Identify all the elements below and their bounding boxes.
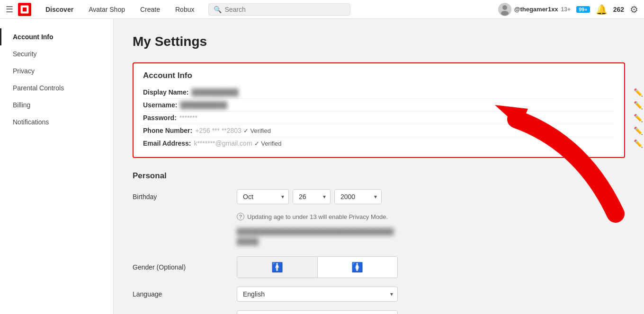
password-value: ******* <box>179 114 197 122</box>
language-label: Language <box>133 290 237 298</box>
avatar-image <box>498 3 511 16</box>
location-select-wrapper: Uganda United States United Kingdom <box>237 310 398 314</box>
birthday-year-select[interactable]: 2000 <box>334 189 382 204</box>
phone-edit-button[interactable]: ✏️ <box>634 126 643 135</box>
username-label: @thegamer1xx <box>514 6 558 13</box>
gender-row: Gender (Optional) 🚹 🚺 <box>133 256 625 278</box>
settings-icon[interactable]: ⚙ <box>630 4 638 15</box>
birthday-hint-row: ? Updating age to under 13 will enable P… <box>237 213 625 220</box>
gender-female-button[interactable]: 🚺 <box>317 257 398 278</box>
svg-point-3 <box>502 5 507 10</box>
birthday-hint-text: Updating age to under 13 will enable Pri… <box>247 213 388 220</box>
language-select-wrapper: English Spanish French Portuguese <box>237 287 398 302</box>
birthday-month-select[interactable]: JanFebMarApr MayJunJulAug SepOctNovDec <box>237 189 289 204</box>
location-select[interactable]: Uganda United States United Kingdom <box>237 310 398 314</box>
display-name-edit-button[interactable]: ✏️ <box>634 88 643 97</box>
hamburger-menu-button[interactable]: ☰ <box>6 4 13 15</box>
sidebar-item-account-info[interactable]: Account Info <box>0 28 113 45</box>
email-value: k*******@gmail.com <box>194 140 252 147</box>
account-info-title: Account Info <box>143 71 615 80</box>
username-value: ██████████ <box>180 101 227 109</box>
display-name-row: Display Name: ██████████ ✏️ <box>143 86 615 99</box>
email-row: Email Address: k*******@gmail.com ✓ Veri… <box>143 137 615 149</box>
sidebar: Account Info Security Privacy Parental C… <box>0 19 114 314</box>
sidebar-item-billing[interactable]: Billing <box>0 96 113 113</box>
display-name-label: Display Name: <box>143 88 188 96</box>
birthday-day-select[interactable]: 26 <box>293 189 331 204</box>
nav-link-discover[interactable]: Discover <box>39 3 80 16</box>
location-row: Location Uganda United States United Kin… <box>133 310 625 314</box>
username-row: Username: ██████████ ✏️ <box>143 99 615 112</box>
search-bar[interactable]: 🔍 <box>208 3 350 16</box>
search-input[interactable] <box>224 6 345 13</box>
search-icon: 🔍 <box>214 6 222 13</box>
birthday-month-wrapper: JanFebMarApr MayJunJulAug SepOctNovDec <box>237 189 289 204</box>
blurred-text: ████████████████████████████████████████… <box>237 227 625 247</box>
nav-link-create[interactable]: Create <box>134 3 167 16</box>
phone-verified-badge: ✓ Verified <box>243 127 271 134</box>
language-select[interactable]: English Spanish French Portuguese <box>237 287 398 302</box>
sidebar-item-parental-controls[interactable]: Parental Controls <box>0 79 113 96</box>
display-name-value: ██████████ <box>191 88 238 96</box>
robux-count: 262 <box>613 6 624 13</box>
page-title: My Settings <box>133 34 625 49</box>
password-label: Password: <box>143 114 177 122</box>
top-navigation: ☰ Discover Avatar Shop Create Robux 🔍 @t… <box>0 0 644 19</box>
nav-links: Discover Avatar Shop Create Robux <box>39 3 201 16</box>
svg-point-4 <box>501 11 509 16</box>
username-edit-button[interactable]: ✏️ <box>634 101 643 110</box>
gender-male-button[interactable]: 🚹 <box>237 257 317 278</box>
sidebar-item-privacy[interactable]: Privacy <box>0 62 113 79</box>
username-label-field: Username: <box>143 101 177 109</box>
phone-number-row: Phone Number: +256 *** **2803 ✓ Verified… <box>143 124 615 137</box>
birthday-controls: JanFebMarApr MayJunJulAug SepOctNovDec 2… <box>237 189 382 204</box>
female-icon: 🚺 <box>351 262 363 272</box>
nav-link-robux[interactable]: Robux <box>169 3 201 16</box>
topnav-right-section: @thegamer1xx 13+ 99+ 🔔 262 ⚙ <box>498 3 638 16</box>
language-row: Language English Spanish French Portugue… <box>133 287 625 302</box>
account-info-card: Account Info Display Name: ██████████ ✏️… <box>133 62 625 158</box>
gender-button-group: 🚹 🚺 <box>237 256 398 278</box>
gender-label: Gender (Optional) <box>133 263 237 271</box>
phone-value: +256 *** **2803 <box>195 127 242 134</box>
hint-icon: ? <box>237 213 244 220</box>
page-wrapper: Account Info Security Privacy Parental C… <box>0 19 644 314</box>
password-edit-button[interactable]: ✏️ <box>634 113 643 122</box>
nav-link-avatar-shop[interactable]: Avatar Shop <box>82 3 132 16</box>
birthday-year-wrapper: 2000 <box>334 189 382 204</box>
sidebar-item-notifications[interactable]: Notifications <box>0 113 113 131</box>
notifications-badge[interactable]: 99+ <box>576 6 590 13</box>
user-avatar[interactable]: @thegamer1xx 13+ <box>498 3 571 16</box>
phone-label: Phone Number: <box>143 127 192 134</box>
personal-section-title: Personal <box>133 171 625 181</box>
email-verified-badge: ✓ Verified <box>254 140 282 147</box>
birthday-row: Birthday JanFebMarApr MayJunJulAug SepOc… <box>133 189 625 204</box>
notifications-icon[interactable]: 🔔 <box>596 4 608 15</box>
birthday-day-wrapper: 26 <box>293 189 331 204</box>
blurred-info-row: ████████████████████████████████████████… <box>237 227 625 247</box>
roblox-logo <box>18 3 31 16</box>
password-row: Password: ******* ✏️ <box>143 112 615 124</box>
email-label: Email Address: <box>143 140 191 147</box>
sidebar-item-security[interactable]: Security <box>0 45 113 62</box>
male-icon: 🚹 <box>271 262 283 272</box>
age-label: 13+ <box>561 6 571 13</box>
birthday-label: Birthday <box>133 193 237 201</box>
email-edit-button[interactable]: ✏️ <box>634 139 643 148</box>
svg-rect-2 <box>23 7 27 11</box>
main-content: My Settings Account Info Display Name: █… <box>114 19 644 314</box>
